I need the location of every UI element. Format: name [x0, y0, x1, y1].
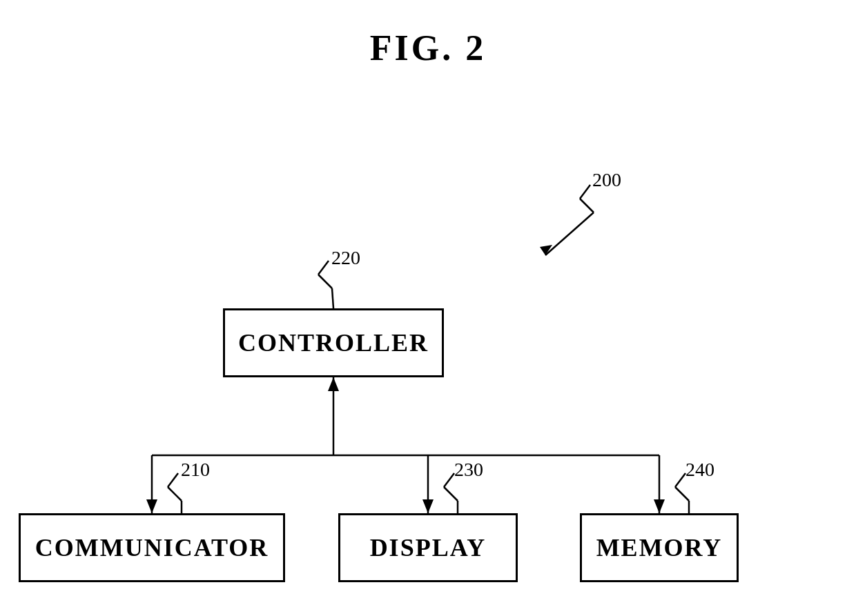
svg-line-16: [168, 473, 178, 487]
svg-line-0: [580, 185, 590, 199]
controller-label: CONTROLLER: [238, 328, 429, 357]
ref-200: 200: [592, 169, 621, 191]
svg-line-4: [318, 261, 329, 275]
svg-line-5: [318, 275, 332, 288]
communicator-box: COMMUNICATOR: [19, 513, 285, 582]
ref-240: 240: [685, 459, 714, 481]
svg-line-20: [444, 487, 458, 501]
ref-210: 210: [181, 459, 210, 481]
controller-box: CONTROLLER: [223, 308, 444, 377]
svg-line-17: [168, 487, 182, 501]
communicator-label: COMMUNICATOR: [35, 533, 269, 562]
display-box: DISPLAY: [338, 513, 518, 582]
svg-line-19: [444, 473, 454, 487]
diagram-container: FIG. 2: [0, 0, 856, 616]
figure-title: FIG. 2: [370, 28, 486, 68]
memory-label: MEMORY: [596, 533, 723, 562]
svg-marker-13: [422, 499, 434, 513]
display-label: DISPLAY: [370, 533, 487, 562]
ref-230: 230: [454, 459, 483, 481]
svg-line-2: [545, 212, 594, 255]
ref-220: 220: [331, 247, 360, 269]
svg-line-6: [332, 288, 333, 308]
svg-line-22: [675, 473, 685, 487]
svg-marker-8: [328, 377, 339, 391]
svg-marker-15: [654, 499, 665, 513]
svg-marker-11: [146, 499, 157, 513]
memory-box: MEMORY: [580, 513, 739, 582]
svg-line-1: [580, 199, 594, 212]
svg-marker-3: [540, 245, 552, 255]
svg-line-23: [675, 487, 689, 501]
